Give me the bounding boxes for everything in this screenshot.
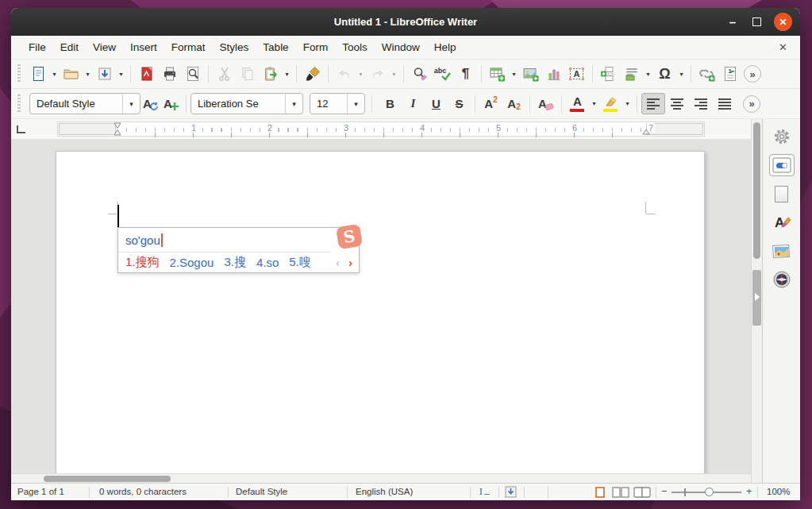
open-dropdown[interactable]: ▾ — [83, 64, 93, 85]
sidebar-properties-button[interactable] — [769, 154, 795, 176]
status-language[interactable]: English (USA) — [356, 487, 413, 496]
toolbar-overflow-button[interactable]: » — [744, 65, 761, 83]
strikethrough-button[interactable]: S — [448, 93, 471, 114]
horizontal-scrollbar[interactable] — [11, 473, 751, 483]
save-button[interactable] — [93, 64, 116, 85]
align-left-button[interactable] — [641, 93, 665, 114]
cut-button[interactable] — [213, 64, 236, 85]
insert-footnote-button[interactable]: 1 — [718, 64, 741, 85]
chevron-down-icon[interactable]: ▾ — [285, 94, 302, 114]
ime-candidate-1[interactable]: 1.搜狗 — [125, 255, 160, 270]
status-save-indicator[interactable] — [505, 486, 517, 499]
ime-candidate-3[interactable]: 3.搜 — [224, 255, 246, 270]
align-justify-button[interactable] — [713, 93, 737, 114]
sidebar-page-button[interactable] — [769, 183, 795, 205]
bold-button[interactable]: B — [379, 93, 402, 114]
redo-dropdown[interactable]: ▾ — [389, 64, 399, 85]
save-dropdown[interactable]: ▾ — [116, 64, 126, 85]
clone-formatting-button[interactable] — [301, 64, 324, 85]
print-button[interactable] — [158, 64, 181, 85]
titlebar[interactable]: Untitled 1 - LibreOffice Writer – ✕ — [11, 8, 800, 36]
print-preview-button[interactable] — [181, 64, 204, 85]
zoom-slider[interactable] — [672, 492, 741, 493]
update-style-button[interactable]: A — [140, 93, 161, 114]
view-single-page-button[interactable] — [595, 487, 605, 499]
zoom-slider-thumb[interactable] — [705, 488, 714, 496]
undo-button[interactable] — [333, 64, 356, 85]
chevron-down-icon[interactable]: ▾ — [347, 94, 364, 114]
view-multi-page-button[interactable] — [612, 487, 629, 499]
export-pdf-button[interactable] — [135, 64, 158, 85]
ime-candidate-2[interactable]: 2.Sogou — [170, 256, 214, 269]
status-paragraph-style[interactable]: Default Style — [236, 487, 287, 496]
view-book-button[interactable] — [633, 487, 651, 499]
vertical-scrollbar-thumb[interactable] — [753, 122, 760, 259]
align-right-button[interactable] — [689, 93, 713, 114]
menu-window[interactable]: Window — [375, 38, 427, 56]
insert-page-break-button[interactable] — [597, 64, 620, 85]
paste-dropdown[interactable]: ▾ — [282, 64, 292, 85]
horizontal-ruler[interactable]: 1 2 3 4 5 6 7 — [57, 121, 705, 137]
menu-tools[interactable]: Tools — [335, 38, 375, 56]
sidebar-navigator-button[interactable] — [769, 268, 795, 291]
new-document-dropdown[interactable]: ▾ — [49, 64, 60, 85]
undo-dropdown[interactable]: ▾ — [356, 64, 366, 85]
highlight-color-dropdown[interactable]: ▾ — [622, 93, 633, 114]
menu-file[interactable]: File — [21, 38, 53, 56]
new-document-button[interactable] — [26, 64, 49, 85]
indent-marker[interactable] — [114, 122, 121, 136]
copy-button[interactable] — [236, 64, 259, 85]
underline-button[interactable]: U — [425, 93, 448, 114]
menu-format[interactable]: Format — [164, 38, 213, 56]
status-selection-mode[interactable]: I — [479, 487, 490, 496]
font-color-button[interactable]: A — [566, 93, 589, 114]
menu-edit[interactable]: Edit — [53, 38, 86, 56]
special-character-dropdown[interactable]: ▾ — [676, 64, 687, 85]
ime-next-page-icon[interactable]: › — [348, 256, 352, 269]
right-indent-marker[interactable] — [642, 129, 650, 135]
insert-table-dropdown[interactable]: ▾ — [509, 64, 519, 85]
paragraph-style-combobox[interactable]: Default Style ▾ — [29, 93, 140, 114]
zoom-out-button[interactable]: − — [661, 485, 668, 497]
toolbar-grip[interactable] — [16, 94, 23, 114]
redo-button[interactable] — [366, 64, 389, 85]
status-word-count[interactable]: 0 words, 0 characters — [99, 487, 187, 496]
minimize-button[interactable]: – — [725, 18, 740, 26]
insert-field-button[interactable] — [620, 64, 643, 85]
formatting-marks-button[interactable]: ¶ — [454, 64, 477, 85]
menu-form[interactable]: Form — [296, 38, 336, 56]
highlight-color-button[interactable] — [599, 93, 622, 114]
insert-chart-button[interactable] — [542, 64, 565, 85]
clear-formatting-button[interactable]: A — [534, 93, 557, 114]
paste-button[interactable] — [259, 64, 282, 85]
maximize-button[interactable] — [752, 17, 761, 26]
align-center-button[interactable] — [665, 93, 689, 114]
insert-textbox-button[interactable]: A — [565, 64, 588, 85]
sidebar-styles-button[interactable]: A — [769, 211, 795, 233]
sidebar-gallery-button[interactable] — [769, 240, 795, 262]
new-style-button[interactable]: A — [161, 93, 182, 114]
ime-prev-page-icon[interactable]: ‹ — [336, 256, 340, 269]
chevron-down-icon[interactable]: ▾ — [122, 94, 140, 114]
toolbar-grip[interactable] — [16, 64, 23, 83]
sidebar-toggle-grip[interactable] — [752, 270, 761, 326]
toolbar-overflow-button[interactable]: » — [743, 95, 760, 113]
insert-hyperlink-button[interactable] — [695, 64, 718, 85]
ime-candidate-4[interactable]: 4.so — [256, 256, 279, 269]
sidebar-settings-button[interactable] — [769, 125, 795, 148]
zoom-in-button[interactable]: + — [746, 485, 752, 497]
font-size-combobox[interactable]: 12 ▾ — [310, 93, 365, 114]
menu-help[interactable]: Help — [427, 38, 464, 56]
subscript-button[interactable]: A2 — [502, 93, 525, 114]
open-button[interactable] — [60, 64, 83, 85]
spelling-button[interactable]: abc — [431, 64, 454, 85]
insert-special-character-button[interactable]: Ω — [653, 64, 676, 85]
ime-candidate-5[interactable]: 5.嗖 — [289, 255, 311, 270]
menu-styles[interactable]: Styles — [213, 38, 256, 56]
menu-table[interactable]: Table — [256, 38, 295, 56]
status-page-count[interactable]: Page 1 of 1 — [17, 487, 64, 496]
document-page[interactable]: so'gou 1.搜狗 2.Sogou 3.搜 4.so 5.嗖 ‹ › — [56, 151, 705, 473]
font-color-dropdown[interactable]: ▾ — [589, 93, 599, 114]
insert-field-dropdown[interactable]: ▾ — [643, 64, 653, 85]
zoom-level[interactable]: 100% — [767, 487, 790, 496]
